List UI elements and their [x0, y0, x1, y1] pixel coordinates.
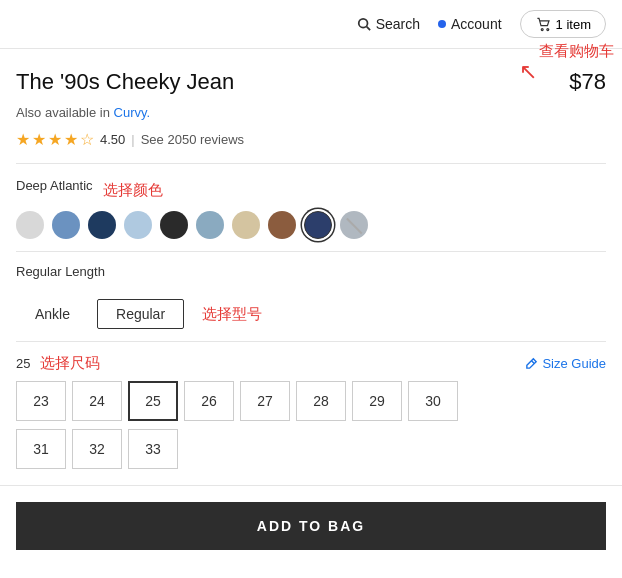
color-swatch-deep-atlantic[interactable] — [304, 211, 332, 239]
length-tab-ankle[interactable]: Ankle — [16, 299, 89, 329]
size-btn-32[interactable]: 32 — [72, 429, 122, 469]
rating-score: 4.50 — [100, 132, 125, 147]
size-grid-row1: 23 24 25 26 27 28 29 30 — [16, 381, 606, 421]
size-btn-33[interactable]: 33 — [128, 429, 178, 469]
search-icon — [357, 17, 371, 31]
product-title: The '90s Cheeky Jean — [16, 69, 234, 95]
size-btn-26[interactable]: 26 — [184, 381, 234, 421]
rating-row: ★ ★ ★ ★ ☆ 4.50 | See 2050 reviews — [16, 130, 606, 164]
size-btn-31[interactable]: 31 — [16, 429, 66, 469]
size-btn-27[interactable]: 27 — [240, 381, 290, 421]
rating-separator: | — [131, 132, 134, 147]
account-button[interactable]: Account — [438, 16, 502, 32]
star-2: ★ — [32, 130, 46, 149]
product-title-row: The '90s Cheeky Jean $78 — [16, 69, 606, 95]
size-type-annotation-text: 选择型号 — [202, 305, 262, 324]
length-label-row: Regular Length — [16, 264, 606, 289]
length-label: Regular Length — [16, 264, 105, 279]
size-annotation-text: 选择尺码 — [40, 354, 100, 373]
star-rating: ★ ★ ★ ★ ☆ — [16, 130, 94, 149]
product-price: $78 — [569, 69, 606, 95]
star-5-half: ☆ — [80, 130, 94, 149]
add-to-bag-button[interactable]: ADD TO BAG — [16, 502, 606, 550]
size-selected-label: 25 — [16, 356, 30, 371]
svg-point-2 — [541, 29, 543, 31]
color-swatch-dark-navy[interactable] — [88, 211, 116, 239]
reviews-link[interactable]: See 2050 reviews — [141, 132, 244, 147]
size-btn-25[interactable]: 25 — [128, 381, 178, 421]
cart-icon — [535, 16, 551, 32]
length-tab-regular[interactable]: Regular — [97, 299, 184, 329]
color-swatch-light-denim[interactable] — [196, 211, 224, 239]
color-swatch-tan-beige[interactable] — [232, 211, 260, 239]
main-content: The '90s Cheeky Jean $78 Also available … — [0, 49, 622, 469]
color-swatch-light-blue[interactable] — [124, 211, 152, 239]
search-button[interactable]: Search — [357, 16, 420, 32]
size-btn-30[interactable]: 30 — [408, 381, 458, 421]
color-swatch-gray-strikethrough[interactable] — [340, 211, 368, 239]
star-3: ★ — [48, 130, 62, 149]
available-curvy: Also available in Curvy. — [16, 105, 606, 120]
cart-button[interactable]: 1 item — [520, 10, 606, 38]
divider-1 — [16, 251, 606, 252]
size-guide-link[interactable]: Size Guide — [525, 356, 606, 371]
color-label: Deep Atlantic — [16, 178, 93, 193]
size-section: 25 选择尺码 Size Guide 23 24 25 26 27 28 29 … — [16, 354, 606, 469]
color-swatch-medium-blue[interactable] — [52, 211, 80, 239]
account-label: Account — [451, 16, 502, 32]
search-label: Search — [376, 16, 420, 32]
color-swatches — [16, 211, 606, 239]
divider-2 — [16, 341, 606, 342]
size-btn-28[interactable]: 28 — [296, 381, 346, 421]
add-to-bag-section: ADD TO BAG — [0, 485, 622, 566]
star-4: ★ — [64, 130, 78, 149]
curvy-link[interactable]: Curvy. — [114, 105, 151, 120]
pencil-icon — [525, 357, 538, 370]
svg-point-0 — [358, 19, 367, 28]
cart-label: 1 item — [556, 17, 591, 32]
color-swatch-brown[interactable] — [268, 211, 296, 239]
size-btn-29[interactable]: 29 — [352, 381, 402, 421]
length-tabs: Ankle Regular 选择型号 — [16, 299, 606, 329]
svg-line-4 — [532, 361, 535, 364]
size-grid-row2: 31 32 33 — [16, 429, 606, 469]
color-swatch-black[interactable] — [160, 211, 188, 239]
color-section: Deep Atlantic 选择颜色 — [16, 178, 606, 239]
color-annotation-text: 选择颜色 — [103, 181, 163, 200]
color-swatch-light-gray[interactable] — [16, 211, 44, 239]
size-btn-23[interactable]: 23 — [16, 381, 66, 421]
svg-point-3 — [546, 29, 548, 31]
size-header-row: 25 选择尺码 Size Guide — [16, 354, 606, 373]
size-guide-label: Size Guide — [542, 356, 606, 371]
account-dot-icon — [438, 20, 446, 28]
length-section: Regular Length Ankle Regular 选择型号 — [16, 264, 606, 329]
svg-line-1 — [366, 27, 370, 31]
header: Search Account 1 item — [0, 0, 622, 49]
star-1: ★ — [16, 130, 30, 149]
available-prefix: Also available in — [16, 105, 114, 120]
size-btn-24[interactable]: 24 — [72, 381, 122, 421]
